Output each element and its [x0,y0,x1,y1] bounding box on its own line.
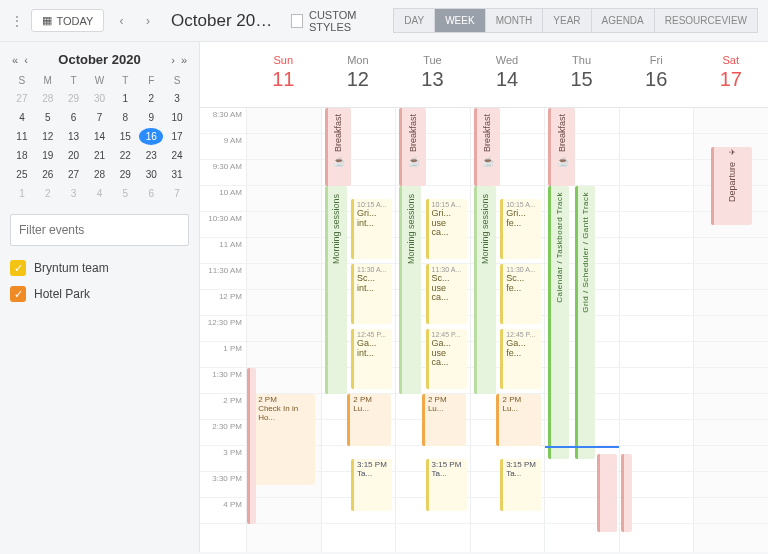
event-talk[interactable]: 3:15 PMTa... [500,459,541,511]
today-button[interactable]: ▦ TODAY [31,9,104,32]
event-track[interactable]: Grid / Scheduler / Gantt Track [575,186,596,459]
event-departure[interactable]: ✈Departure [711,147,752,225]
mini-day[interactable]: 17 [165,128,189,145]
mini-day[interactable]: 28 [88,166,112,183]
tab-month[interactable]: MONTH [486,8,544,33]
event-lunch[interactable]: 2 PMLu... [347,394,391,446]
mini-day[interactable]: 6 [62,109,86,126]
event-checkin[interactable]: 2 PMCheck In in Ho... [252,394,315,485]
event-session[interactable]: 12:45 P...Ga... fe... [500,329,541,389]
mini-day[interactable]: 30 [88,90,112,107]
mini-day[interactable]: 28 [36,90,60,107]
day-header[interactable]: Wed14 [470,42,545,107]
tab-day[interactable]: DAY [393,8,435,33]
mini-day[interactable]: 27 [10,90,34,107]
mini-day[interactable]: 14 [88,128,112,145]
day-column[interactable] [619,108,694,552]
mini-day[interactable]: 6 [139,185,163,202]
mini-day[interactable]: 7 [88,109,112,126]
mini-day[interactable]: 3 [62,185,86,202]
mini-day[interactable]: 31 [165,166,189,183]
event-morning[interactable]: Morning sessions [474,186,496,394]
event-session[interactable]: 12:45 P...Ga... int... [351,329,392,389]
mini-day[interactable]: 25 [10,166,34,183]
prev-button[interactable]: ‹ [112,10,130,32]
mini-day[interactable]: 22 [113,147,137,164]
mini-day[interactable]: 19 [36,147,60,164]
mini-day[interactable]: 3 [165,90,189,107]
event-session[interactable]: 11:30 A...Sc... use ca... [426,264,467,324]
event-session[interactable]: 12:45 P...Ga... use ca... [426,329,467,389]
mini-day[interactable]: 15 [113,128,137,145]
event-breakfast[interactable]: Breakfast☕ [399,108,425,186]
day-column[interactable]: Breakfast☕Calendar / Taskboard TrackGrid… [544,108,619,552]
day-column[interactable]: Breakfast☕Morning sessions10:15 A...Gri.… [321,108,396,552]
mini-day[interactable]: 29 [62,90,86,107]
mini-day[interactable]: 5 [113,185,137,202]
mini-day[interactable]: 12 [36,128,60,145]
event-breakfast[interactable]: Breakfast☕ [325,108,351,186]
event-breakfast[interactable]: Breakfast☕ [548,108,574,186]
event-lunch[interactable]: 2 PMLu... [422,394,466,446]
resource-item[interactable]: ✓Bryntum team [10,260,189,276]
mini-day[interactable]: 10 [165,109,189,126]
mini-day[interactable]: 11 [10,128,34,145]
event-session[interactable]: 10:15 A...Gri... use ca... [426,199,467,259]
tab-resourceview[interactable]: RESOURCEVIEW [655,8,758,33]
day-column[interactable]: ✈Departure [693,108,768,552]
day-header[interactable]: Mon12 [321,42,396,107]
mini-day[interactable]: 27 [62,166,86,183]
event-session[interactable]: 10:15 A...Gri... fe... [500,199,541,259]
mini-day[interactable]: 23 [139,147,163,164]
mini-day[interactable]: 2 [36,185,60,202]
event-block[interactable] [597,454,618,532]
mini-day[interactable]: 4 [10,109,34,126]
event-talk[interactable]: 3:15 PMTa... [426,459,467,511]
mini-day[interactable]: 7 [165,185,189,202]
mini-cal-title[interactable]: October 2020 [58,52,140,67]
mini-day[interactable]: 16 [139,128,163,145]
resource-item[interactable]: ✓Hotel Park [10,286,189,302]
mini-day[interactable]: 1 [113,90,137,107]
custom-styles-toggle[interactable]: CUSTOM STYLES [291,9,385,33]
mini-next-year-icon[interactable]: » [179,54,189,66]
day-header[interactable]: Thu15 [544,42,619,107]
mini-prev-month-icon[interactable]: ‹ [22,54,30,66]
event-lunch[interactable]: 2 PMLu... [496,394,540,446]
menu-icon[interactable]: ⋮ [10,14,23,28]
mini-day[interactable]: 5 [36,109,60,126]
filter-input[interactable] [10,214,189,246]
mini-next-month-icon[interactable]: › [169,54,177,66]
event-session[interactable]: 11:30 A...Sc... fe... [500,264,541,324]
mini-day[interactable]: 18 [10,147,34,164]
page-title[interactable]: October 2020 ... [171,11,273,31]
day-header[interactable]: Sat17 [693,42,768,107]
mini-day[interactable]: 4 [88,185,112,202]
mini-day[interactable]: 26 [36,166,60,183]
event-morning[interactable]: Morning sessions [399,186,421,394]
event-breakfast[interactable]: Breakfast☕ [474,108,500,186]
mini-day[interactable]: 2 [139,90,163,107]
event-session[interactable]: 11:30 A...Sc... int... [351,264,392,324]
day-header[interactable]: Sun11 [246,42,321,107]
event-talk[interactable]: 3:15 PMTa... [351,459,392,511]
event-morning[interactable]: Morning sessions [325,186,347,394]
event-session[interactable]: 10:15 A...Gri... int... [351,199,392,259]
mini-day[interactable]: 30 [139,166,163,183]
mini-day[interactable]: 9 [139,109,163,126]
mini-day[interactable]: 24 [165,147,189,164]
grid-body[interactable]: 8:30 AM9 AM9:30 AM10 AM10:30 AM11 AM11:3… [200,108,768,552]
mini-day[interactable]: 1 [10,185,34,202]
tab-year[interactable]: YEAR [543,8,591,33]
mini-day[interactable]: 20 [62,147,86,164]
mini-day[interactable]: 8 [113,109,137,126]
mini-day[interactable]: 13 [62,128,86,145]
event-block[interactable] [247,368,256,524]
mini-prev-year-icon[interactable]: « [10,54,20,66]
day-header[interactable]: Fri16 [619,42,694,107]
event-track[interactable]: Calendar / Taskboard Track [548,186,569,459]
mini-day[interactable]: 29 [113,166,137,183]
tab-agenda[interactable]: AGENDA [592,8,655,33]
tab-week[interactable]: WEEK [435,8,485,33]
day-column[interactable]: 2 PMCheck In in Ho... [246,108,321,552]
